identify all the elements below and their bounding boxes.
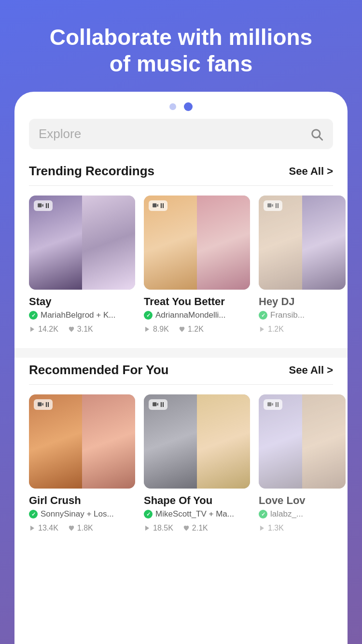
recommended-card-3-title: Love Lov bbox=[259, 494, 346, 507]
recommended-title: Recommended For You bbox=[29, 363, 168, 378]
verified-icon-3 bbox=[259, 311, 267, 320]
plays-stat-1: 14.2K bbox=[29, 325, 58, 334]
video-badge-2: II bbox=[149, 200, 167, 211]
trending-card-3[interactable]: II Hey DJ Fransib... 1.2K bbox=[259, 196, 346, 334]
svg-rect-17 bbox=[267, 403, 271, 406]
video-badge-3: II bbox=[264, 200, 282, 211]
search-bar[interactable]: Explore bbox=[29, 119, 333, 149]
svg-marker-10 bbox=[260, 327, 264, 332]
verified-icon-6 bbox=[259, 510, 267, 518]
svg-line-1 bbox=[319, 137, 322, 140]
trending-card-2-artist: AdriannaMondelli... bbox=[144, 310, 250, 320]
svg-rect-5 bbox=[153, 204, 156, 208]
trending-card-3-artist: Fransib... bbox=[259, 310, 346, 320]
recommended-card-2[interactable]: II Shape Of You MikeScott_TV + Ma... 18.… bbox=[144, 394, 250, 532]
recommended-card-3-artist: lalabz_... bbox=[259, 509, 346, 519]
thumb-img-3b bbox=[302, 196, 346, 290]
svg-rect-14 bbox=[153, 403, 156, 406]
thumb-img-1b bbox=[82, 196, 135, 290]
svg-marker-13 bbox=[30, 526, 34, 531]
trending-see-all[interactable]: See All > bbox=[289, 165, 333, 178]
plays-stat-5: 18.5K bbox=[144, 524, 173, 532]
recommended-card-1[interactable]: II Girl Crush SonnySinay + Los... 13.4K … bbox=[29, 394, 135, 532]
video-badge-5: II bbox=[149, 399, 167, 410]
trending-cards-row: II Stay MariahBelgrod + K... 14.2K 3.1K bbox=[14, 186, 348, 341]
video-badge-6: II bbox=[264, 399, 282, 410]
trending-card-1-thumb: II bbox=[29, 196, 135, 290]
verified-icon-2 bbox=[144, 311, 153, 320]
plays-stat-4: 13.4K bbox=[29, 524, 58, 532]
trending-card-2[interactable]: II Treat You Better AdriannaMondelli... … bbox=[144, 196, 250, 334]
thumb-img-4b bbox=[82, 394, 135, 489]
thumb-img-5b bbox=[197, 394, 250, 489]
recommended-see-all[interactable]: See All > bbox=[289, 364, 333, 377]
svg-marker-6 bbox=[157, 204, 158, 207]
recommended-card-2-title: Shape Of You bbox=[144, 494, 250, 507]
verified-icon-4 bbox=[29, 510, 38, 518]
svg-marker-16 bbox=[145, 526, 149, 531]
svg-marker-19 bbox=[260, 526, 264, 531]
search-placeholder: Explore bbox=[39, 126, 304, 141]
pagination-dots bbox=[14, 92, 348, 119]
svg-marker-9 bbox=[272, 204, 273, 207]
thumb-img-6b bbox=[302, 394, 346, 489]
hero-section: Collaborate with millions of music fans bbox=[0, 0, 362, 92]
thumb-img-2b bbox=[197, 196, 250, 290]
dot-1 bbox=[169, 103, 176, 110]
section-gap bbox=[14, 348, 348, 358]
trending-card-2-thumb: II bbox=[144, 196, 250, 290]
recommended-card-3[interactable]: II Love Lov lalabz_... 1.3K bbox=[259, 394, 346, 532]
verified-icon-1 bbox=[29, 311, 38, 320]
plays-stat-6: 1.3K bbox=[259, 524, 284, 532]
recommended-card-3-stats: 1.3K bbox=[259, 524, 346, 532]
svg-rect-2 bbox=[38, 204, 42, 208]
recommended-card-1-stats: 13.4K 1.8K bbox=[29, 524, 135, 532]
svg-marker-15 bbox=[157, 403, 158, 406]
trending-card-2-stats: 8.9K 1.2K bbox=[144, 325, 250, 334]
trending-card-2-title: Treat You Better bbox=[144, 295, 250, 308]
trending-card-1-title: Stay bbox=[29, 295, 135, 308]
likes-stat-2: 1.2K bbox=[179, 325, 204, 334]
trending-card-1[interactable]: II Stay MariahBelgrod + K... 14.2K 3.1K bbox=[29, 196, 135, 334]
recommended-card-2-artist: MikeScott_TV + Ma... bbox=[144, 509, 250, 519]
svg-marker-3 bbox=[42, 204, 43, 207]
verified-icon-5 bbox=[144, 510, 153, 518]
trending-title: Trending Recordings bbox=[29, 164, 154, 179]
hero-title: Collaborate with millions of music fans bbox=[0, 0, 362, 92]
likes-stat-4: 1.8K bbox=[68, 524, 93, 532]
trending-card-3-stats: 1.2K bbox=[259, 325, 346, 334]
svg-marker-4 bbox=[30, 327, 34, 332]
dot-2 bbox=[184, 102, 193, 111]
likes-stat-1: 3.1K bbox=[68, 325, 93, 334]
trending-section-header: Trending Recordings See All > bbox=[14, 159, 348, 185]
recommended-card-1-title: Girl Crush bbox=[29, 494, 135, 507]
plays-stat-2: 8.9K bbox=[144, 325, 169, 334]
recommended-card-2-stats: 18.5K 2.1K bbox=[144, 524, 250, 532]
recommended-card-2-thumb: II bbox=[144, 394, 250, 489]
phone-frame: Explore Trending Recordings See All > II bbox=[14, 92, 348, 644]
recommended-card-1-thumb: II bbox=[29, 394, 135, 489]
plays-stat-3: 1.2K bbox=[259, 325, 284, 334]
recommended-card-1-artist: SonnySinay + Los... bbox=[29, 509, 135, 519]
likes-stat-5: 2.1K bbox=[183, 524, 208, 532]
trending-card-1-artist: MariahBelgrod + K... bbox=[29, 310, 135, 320]
svg-rect-11 bbox=[38, 403, 42, 406]
video-badge-1: II bbox=[34, 200, 53, 211]
recommended-section-header: Recommended For You See All > bbox=[14, 358, 348, 384]
search-icon bbox=[310, 127, 323, 141]
recommended-card-3-thumb: II bbox=[259, 394, 346, 489]
svg-marker-18 bbox=[272, 403, 273, 406]
svg-marker-7 bbox=[145, 327, 149, 332]
svg-rect-8 bbox=[267, 204, 271, 208]
recommended-cards-row: II Girl Crush SonnySinay + Los... 13.4K … bbox=[14, 385, 348, 540]
video-badge-4: II bbox=[34, 399, 53, 410]
svg-marker-12 bbox=[42, 403, 43, 406]
trending-card-1-stats: 14.2K 3.1K bbox=[29, 325, 135, 334]
trending-card-3-title: Hey DJ bbox=[259, 295, 346, 308]
trending-card-3-thumb: II bbox=[259, 196, 346, 290]
